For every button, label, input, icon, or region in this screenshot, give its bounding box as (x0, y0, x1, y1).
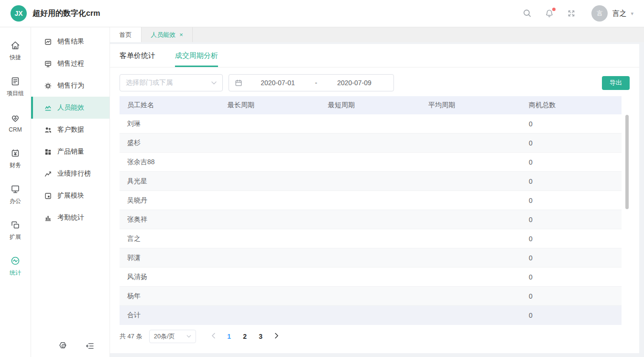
cell-shortest-cycle (320, 210, 421, 229)
sidebar-label: 扩展模块 (57, 191, 84, 200)
target-icon[interactable] (58, 341, 69, 351)
tag-tab-staff-efficiency[interactable]: 人员能效 × (141, 27, 193, 42)
ranking-icon (44, 170, 52, 178)
rail-label: 项目组 (7, 89, 24, 98)
cell-average-cycle (421, 114, 521, 133)
user-menu[interactable]: 言 言之 ▾ (591, 5, 633, 22)
cell-opportunity-total: 0 (521, 210, 622, 229)
chevron-down-icon (186, 335, 191, 338)
product-sales-icon (44, 148, 52, 156)
page-button-2[interactable]: 2 (237, 333, 253, 340)
notification-dot (552, 8, 556, 11)
sales-behavior-gear-icon (44, 82, 52, 90)
sidebar-item-sales-process[interactable]: 销售过程 (31, 53, 109, 75)
cell-name: 杨年 (120, 287, 220, 305)
home-icon (10, 40, 21, 51)
tab-label: 客单价统计 (120, 51, 155, 60)
rail-label: 统计 (10, 269, 21, 277)
table-row: 言之 0 (120, 229, 622, 248)
staff-efficiency-icon (44, 104, 52, 112)
cell-shortest-cycle (320, 306, 421, 325)
cell-longest-cycle (220, 210, 320, 229)
rail-item-projects[interactable]: 项目组 (0, 69, 31, 105)
table-row: 刘琳 0 (120, 114, 622, 134)
cell-opportunity-total: 0 (521, 191, 622, 210)
bell-icon[interactable] (545, 9, 554, 18)
cell-name: 风清扬 (120, 268, 220, 286)
collapse-menu-icon[interactable] (85, 341, 95, 351)
sidebar-label: 客户数据 (57, 125, 84, 134)
cell-longest-cycle (220, 134, 320, 152)
sales-result-icon (44, 38, 52, 46)
caret-down-icon: ▾ (631, 11, 633, 17)
sidebar-item-attendance[interactable]: 考勤统计 (31, 207, 109, 229)
sidebar-item-ranking[interactable]: 业绩排行榜 (31, 163, 109, 185)
office-monitor-icon (10, 184, 21, 194)
sidebar-label: 销售结果 (57, 37, 84, 46)
sidebar-item-customer-data[interactable]: 客户数据 (31, 119, 109, 141)
sidebar-label: 人员能效 (57, 103, 84, 112)
cell-average-cycle (421, 153, 521, 171)
rail-item-quick[interactable]: 快捷 (0, 33, 31, 69)
cell-average-cycle (421, 172, 521, 190)
rail-label: 财务 (10, 161, 21, 169)
customer-data-icon (44, 126, 52, 134)
tag-tab-home[interactable]: 首页 (110, 27, 141, 42)
close-icon[interactable]: × (179, 32, 183, 38)
cell-average-cycle (421, 229, 521, 248)
column-header-opportunity-total: 商机总数 (521, 96, 622, 114)
sidebar-footer (31, 341, 109, 351)
date-range-picker[interactable]: 2020-07-01 - 2020-07-09 (229, 74, 394, 91)
sidebar-item-extend-module[interactable]: 扩展模块 (31, 185, 109, 207)
cell-longest-cycle (220, 287, 320, 305)
sidebar-item-sales-result[interactable]: 销售结果 (31, 31, 109, 53)
date-end: 2020-07-09 (321, 79, 388, 87)
tab-unit-price-stats[interactable]: 客单价统计 (120, 44, 155, 67)
rail-item-stats[interactable]: 统计 (0, 248, 31, 284)
cell-name: 言之 (120, 229, 220, 248)
content-tabs: 客单价统计 成交周期分析 (110, 44, 639, 67)
avatar[interactable]: 言 (591, 5, 608, 22)
tab-label: 成交周期分析 (175, 51, 218, 60)
cell-average-cycle (421, 268, 521, 286)
cell-name: 郭潇 (120, 248, 220, 267)
export-button[interactable]: 导出 (602, 76, 630, 90)
page-button-1[interactable]: 1 (221, 333, 237, 340)
sidebar-item-product-sales[interactable]: 产品销量 (31, 141, 109, 163)
app-logo: JX (11, 5, 27, 22)
cell-name: 张奥祥 (120, 210, 220, 229)
cell-name: 刘琳 (120, 114, 220, 133)
cell-longest-cycle (220, 248, 320, 267)
fullscreen-icon[interactable] (567, 9, 576, 18)
sidebar-item-sales-behavior[interactable]: 销售行为 (31, 75, 109, 97)
rail-label: 扩展 (10, 233, 21, 241)
column-header-name: 员工姓名 (120, 96, 220, 114)
sidebar: 销售结果 销售过程 销售行为 人员能效 (31, 27, 110, 357)
cell-shortest-cycle (320, 287, 421, 305)
cell-average-cycle (421, 191, 521, 210)
date-start: 2020-07-01 (244, 79, 311, 87)
rail-label: 办公 (10, 197, 21, 205)
rail-item-finance[interactable]: 财务 (0, 141, 31, 177)
rail-item-extend[interactable]: 扩展 (0, 212, 31, 248)
prev-page-button[interactable] (206, 333, 221, 340)
cell-longest-cycle (220, 191, 320, 210)
sidebar-label: 考勤统计 (57, 213, 84, 222)
page-size-select[interactable]: 20条/页 (149, 330, 196, 343)
table-header: 员工姓名 最长周期 最短周期 平均周期 商机总数 (120, 96, 622, 114)
rail-item-office[interactable]: 办公 (0, 177, 31, 212)
department-select[interactable]: 选择部门或下属 (120, 74, 223, 91)
table-row: 张奥祥 0 (120, 210, 622, 229)
cell-opportunity-total: 0 (521, 153, 622, 171)
tab-deal-cycle-analysis[interactable]: 成交周期分析 (175, 44, 218, 67)
rail-item-crm[interactable]: CRM (0, 105, 31, 141)
cell-longest-cycle (220, 268, 320, 286)
cell-name: 张余吉88 (120, 153, 220, 171)
vertical-scrollbar-thumb[interactable] (625, 115, 629, 209)
cell-name: 合计 (120, 306, 220, 325)
next-page-button[interactable] (269, 333, 284, 340)
page-button-3[interactable]: 3 (253, 333, 269, 340)
search-icon[interactable] (523, 9, 532, 18)
sidebar-item-staff-efficiency[interactable]: 人员能效 (31, 97, 109, 119)
cell-opportunity-total: 0 (521, 306, 622, 325)
